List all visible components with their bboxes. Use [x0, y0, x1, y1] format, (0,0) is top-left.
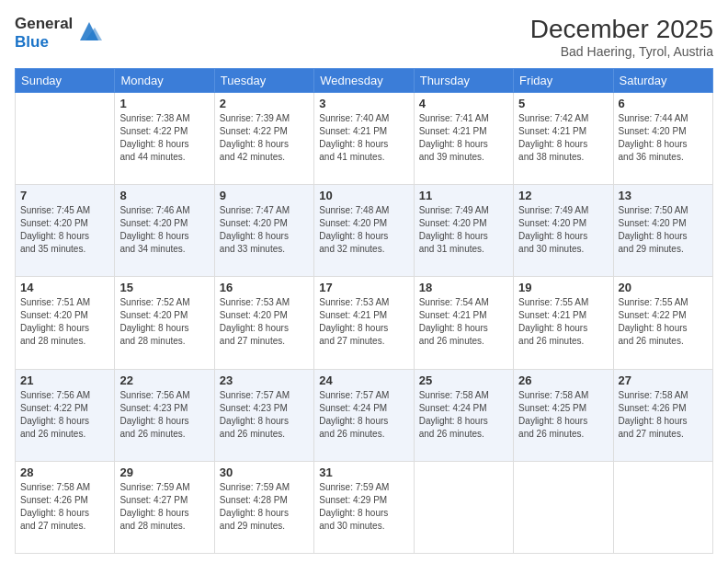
- day-info: Sunrise: 7:51 AM Sunset: 4:20 PM Dayligh…: [20, 296, 109, 348]
- day-info: Sunrise: 7:58 AM Sunset: 4:26 PM Dayligh…: [619, 389, 708, 441]
- calendar-cell: 25Sunrise: 7:58 AM Sunset: 4:24 PM Dayli…: [414, 369, 513, 461]
- day-info: Sunrise: 7:40 AM Sunset: 4:21 PM Dayligh…: [319, 112, 408, 164]
- day-info: Sunrise: 7:57 AM Sunset: 4:24 PM Dayligh…: [319, 389, 408, 441]
- day-info: Sunrise: 7:44 AM Sunset: 4:20 PM Dayligh…: [619, 112, 708, 164]
- day-info: Sunrise: 7:56 AM Sunset: 4:22 PM Dayligh…: [20, 389, 109, 441]
- day-number: 11: [419, 189, 508, 202]
- day-number: 4: [419, 97, 508, 110]
- logo-line2: Blue: [15, 33, 73, 52]
- day-number: 17: [319, 281, 408, 294]
- calendar-cell: 12Sunrise: 7:49 AM Sunset: 4:20 PM Dayli…: [514, 185, 613, 277]
- calendar-title: December 2025: [530, 15, 713, 44]
- day-info: Sunrise: 7:46 AM Sunset: 4:20 PM Dayligh…: [119, 204, 209, 256]
- calendar-weekday-friday: Friday: [514, 69, 613, 93]
- calendar-weekday-sunday: Sunday: [16, 69, 115, 93]
- day-info: Sunrise: 7:58 AM Sunset: 4:25 PM Dayligh…: [518, 389, 608, 441]
- calendar-table: SundayMondayTuesdayWednesdayThursdayFrid…: [15, 68, 713, 554]
- calendar-cell: 2Sunrise: 7:39 AM Sunset: 4:22 PM Daylig…: [214, 93, 313, 185]
- day-info: Sunrise: 7:52 AM Sunset: 4:20 PM Dayligh…: [119, 296, 209, 348]
- calendar-cell: 5Sunrise: 7:42 AM Sunset: 4:21 PM Daylig…: [514, 93, 613, 185]
- calendar-cell: 10Sunrise: 7:48 AM Sunset: 4:20 PM Dayli…: [314, 185, 414, 277]
- day-info: Sunrise: 7:58 AM Sunset: 4:24 PM Dayligh…: [419, 389, 508, 441]
- calendar-weekday-wednesday: Wednesday: [314, 69, 414, 93]
- calendar-weekday-tuesday: Tuesday: [214, 69, 313, 93]
- day-number: 13: [619, 189, 708, 202]
- calendar-cell: 8Sunrise: 7:46 AM Sunset: 4:20 PM Daylig…: [115, 185, 214, 277]
- calendar-cell: 3Sunrise: 7:40 AM Sunset: 4:21 PM Daylig…: [314, 93, 414, 185]
- calendar-cell: 23Sunrise: 7:57 AM Sunset: 4:23 PM Dayli…: [214, 369, 313, 461]
- day-info: Sunrise: 7:55 AM Sunset: 4:21 PM Dayligh…: [518, 296, 608, 348]
- day-number: 1: [119, 97, 209, 110]
- day-info: Sunrise: 7:49 AM Sunset: 4:20 PM Dayligh…: [518, 204, 608, 256]
- calendar-week-row: 1Sunrise: 7:38 AM Sunset: 4:22 PM Daylig…: [16, 93, 713, 185]
- day-number: 25: [419, 373, 508, 387]
- calendar-cell: 24Sunrise: 7:57 AM Sunset: 4:24 PM Dayli…: [314, 369, 414, 461]
- day-number: 18: [419, 281, 508, 294]
- calendar-cell: [16, 93, 115, 185]
- calendar-week-row: 7Sunrise: 7:45 AM Sunset: 4:20 PM Daylig…: [16, 185, 713, 277]
- page-container: General Blue December 2025 Bad Haering, …: [0, 0, 728, 563]
- day-number: 8: [119, 189, 209, 202]
- day-info: Sunrise: 7:50 AM Sunset: 4:20 PM Dayligh…: [619, 204, 708, 256]
- calendar-cell: 29Sunrise: 7:59 AM Sunset: 4:27 PM Dayli…: [115, 461, 214, 553]
- calendar-cell: 21Sunrise: 7:56 AM Sunset: 4:22 PM Dayli…: [16, 369, 115, 461]
- day-info: Sunrise: 7:48 AM Sunset: 4:20 PM Dayligh…: [319, 204, 408, 256]
- day-info: Sunrise: 7:58 AM Sunset: 4:26 PM Dayligh…: [20, 481, 109, 533]
- day-number: 26: [518, 373, 608, 387]
- calendar-cell: [514, 461, 613, 553]
- calendar-subtitle: Bad Haering, Tyrol, Austria: [530, 44, 713, 59]
- day-number: 5: [518, 97, 608, 110]
- day-number: 27: [619, 373, 708, 387]
- calendar-cell: [414, 461, 513, 553]
- day-info: Sunrise: 7:38 AM Sunset: 4:22 PM Dayligh…: [119, 112, 209, 164]
- day-info: Sunrise: 7:55 AM Sunset: 4:22 PM Dayligh…: [619, 296, 708, 348]
- calendar-cell: 15Sunrise: 7:52 AM Sunset: 4:20 PM Dayli…: [115, 277, 214, 369]
- day-number: 7: [20, 189, 109, 202]
- calendar-cell: 17Sunrise: 7:53 AM Sunset: 4:21 PM Dayli…: [314, 277, 414, 369]
- day-info: Sunrise: 7:56 AM Sunset: 4:23 PM Dayligh…: [119, 389, 209, 441]
- calendar-cell: 1Sunrise: 7:38 AM Sunset: 4:22 PM Daylig…: [115, 93, 214, 185]
- calendar-cell: 13Sunrise: 7:50 AM Sunset: 4:20 PM Dayli…: [613, 185, 712, 277]
- calendar-cell: 18Sunrise: 7:54 AM Sunset: 4:21 PM Dayli…: [414, 277, 513, 369]
- calendar-cell: 20Sunrise: 7:55 AM Sunset: 4:22 PM Dayli…: [613, 277, 712, 369]
- day-info: Sunrise: 7:39 AM Sunset: 4:22 PM Dayligh…: [220, 112, 309, 164]
- calendar-cell: 4Sunrise: 7:41 AM Sunset: 4:21 PM Daylig…: [414, 93, 513, 185]
- day-number: 28: [20, 465, 109, 479]
- day-number: 12: [518, 189, 608, 202]
- header: General Blue December 2025 Bad Haering, …: [15, 15, 713, 59]
- calendar-weekday-saturday: Saturday: [613, 69, 712, 93]
- calendar-header-row: SundayMondayTuesdayWednesdayThursdayFrid…: [16, 69, 713, 93]
- calendar-cell: 9Sunrise: 7:47 AM Sunset: 4:20 PM Daylig…: [214, 185, 313, 277]
- day-number: 24: [319, 373, 408, 387]
- day-info: Sunrise: 7:47 AM Sunset: 4:20 PM Dayligh…: [220, 204, 309, 256]
- day-number: 14: [20, 281, 109, 294]
- day-info: Sunrise: 7:42 AM Sunset: 4:21 PM Dayligh…: [518, 112, 608, 164]
- calendar-weekday-thursday: Thursday: [414, 69, 513, 93]
- calendar-cell: 22Sunrise: 7:56 AM Sunset: 4:23 PM Dayli…: [115, 369, 214, 461]
- logo-icon: [76, 18, 102, 48]
- calendar-cell: 19Sunrise: 7:55 AM Sunset: 4:21 PM Dayli…: [514, 277, 613, 369]
- calendar-cell: 26Sunrise: 7:58 AM Sunset: 4:25 PM Dayli…: [514, 369, 613, 461]
- title-block: December 2025 Bad Haering, Tyrol, Austri…: [530, 15, 713, 59]
- day-number: 15: [119, 281, 209, 294]
- day-info: Sunrise: 7:59 AM Sunset: 4:29 PM Dayligh…: [319, 481, 408, 533]
- calendar-cell: [613, 461, 712, 553]
- calendar-cell: 6Sunrise: 7:44 AM Sunset: 4:20 PM Daylig…: [613, 93, 712, 185]
- day-info: Sunrise: 7:53 AM Sunset: 4:20 PM Dayligh…: [220, 296, 309, 348]
- day-number: 9: [220, 189, 309, 202]
- day-info: Sunrise: 7:49 AM Sunset: 4:20 PM Dayligh…: [419, 204, 508, 256]
- day-number: 21: [20, 373, 109, 387]
- calendar-cell: 30Sunrise: 7:59 AM Sunset: 4:28 PM Dayli…: [214, 461, 313, 553]
- day-number: 16: [220, 281, 309, 294]
- day-info: Sunrise: 7:53 AM Sunset: 4:21 PM Dayligh…: [319, 296, 408, 348]
- day-number: 3: [319, 97, 408, 110]
- calendar-weekday-monday: Monday: [115, 69, 214, 93]
- day-info: Sunrise: 7:54 AM Sunset: 4:21 PM Dayligh…: [419, 296, 508, 348]
- day-number: 22: [119, 373, 209, 387]
- day-number: 30: [220, 465, 309, 479]
- day-info: Sunrise: 7:45 AM Sunset: 4:20 PM Dayligh…: [20, 204, 109, 256]
- day-number: 2: [220, 97, 309, 110]
- logo: General Blue: [15, 15, 102, 51]
- day-info: Sunrise: 7:59 AM Sunset: 4:28 PM Dayligh…: [220, 481, 309, 533]
- day-number: 23: [220, 373, 309, 387]
